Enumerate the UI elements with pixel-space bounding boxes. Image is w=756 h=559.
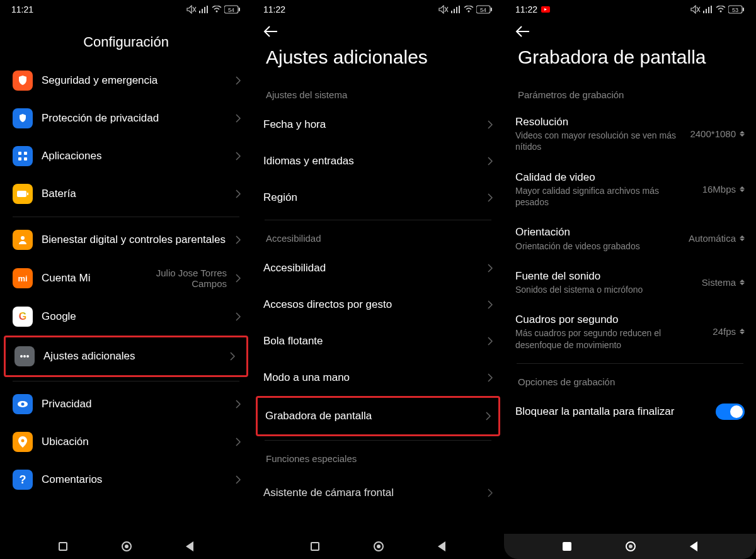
chevron-right-icon [488,157,493,166]
nav-home-button[interactable] [374,541,384,551]
svg-rect-14 [17,191,26,197]
nav-back-button[interactable] [438,541,445,551]
chevron-right-icon [236,235,241,244]
youtube-icon [541,6,550,13]
chevron-right-icon [488,488,493,497]
toggle-switch[interactable] [716,404,745,420]
row-bola-flotante[interactable]: Bola flotante [252,323,504,359]
row-region[interactable]: Región [252,179,504,216]
svg-rect-15 [27,193,28,195]
wifi-icon [464,6,474,13]
svg-rect-8 [239,8,240,11]
chevron-right-icon [488,264,493,273]
screen-ajustes-adicionales: 11:22 54 Ajustes adicionales Ajustes del… [252,0,504,559]
status-icons: 54 [438,5,493,14]
row-value: Julio Jose Torres Campos [151,268,227,289]
chevron-right-icon [236,438,241,446]
row-label: Aplicaciones [42,149,227,162]
svg-rect-10 [18,152,21,155]
row-value: Automática [689,233,736,244]
updown-icon [740,131,745,137]
row-sub: Sonidos del sistema o micrófono [515,284,693,295]
row-asistente-camara[interactable]: Asistente de cámara frontal [252,470,504,507]
chevron-right-icon [236,400,241,409]
svg-text:53: 53 [732,7,738,13]
nav-recent-button[interactable] [563,542,571,551]
row-fuente-sonido[interactable]: Fuente del sonido Sonidos del sistema o … [504,261,756,304]
updown-icon [740,186,745,192]
svg-rect-38 [711,6,712,13]
mute-icon [690,5,701,14]
row-aplicaciones[interactable]: Aplicaciones [0,137,252,175]
section-header: Ajustes del sistema [252,81,504,106]
row-label: Calidad de video [515,171,694,184]
row-bloquear-pantalla-finalizar[interactable]: Bloquear la pantalla para finalizar [504,393,756,430]
svg-rect-41 [743,8,744,11]
svg-rect-26 [454,9,455,13]
row-cuadros-segundo[interactable]: Cuadros por segundo Más cuadros por segu… [504,304,756,359]
updown-icon [740,329,745,334]
back-button[interactable] [252,19,504,40]
nav-recent-button[interactable] [59,542,67,551]
row-label: Google [42,310,227,323]
row-orientacion[interactable]: Orientación Orientación de videos grabad… [504,217,756,260]
status-icons: 54 [186,5,241,14]
back-button[interactable] [504,19,756,40]
row-resolucion[interactable]: Resolución Videos con mayor resolución s… [504,106,756,162]
chevron-right-icon [236,475,241,484]
row-google[interactable]: G Google [0,298,252,336]
row-calidad-video[interactable]: Calidad de video Mayor calidad significa… [504,162,756,217]
row-label: Grabadora de pantalla [265,409,477,422]
row-label: Modo a una mano [263,371,479,384]
nav-back-button[interactable] [186,541,193,551]
row-ajustes-adicionales[interactable]: Ajustes adicionales [6,337,246,375]
updown-icon [740,235,745,241]
status-bar: 11:22 54 [252,0,504,19]
row-label: Ubicación [42,435,227,448]
nav-back-button[interactable] [690,541,697,551]
row-modo-una-mano[interactable]: Modo a una mano [252,359,504,396]
divider [13,381,239,381]
row-accesibilidad[interactable]: Accesibilidad [252,250,504,286]
svg-rect-2 [199,11,200,13]
row-cuenta-mi[interactable]: mi Cuenta Mi Julio Jose Torres Campos [0,259,252,298]
section-header: Parámetros de grabación [504,81,756,106]
row-sub: Orientación de videos grabados [515,240,680,252]
row-privacidad[interactable]: Privacidad [0,385,252,423]
row-ubicacion[interactable]: Ubicación [0,423,252,461]
chevron-right-icon [230,352,235,361]
svg-rect-27 [456,7,457,13]
chevron-right-icon [236,152,241,161]
svg-point-6 [216,11,218,13]
row-value: 24fps [713,326,736,337]
row-proteccion-privacidad[interactable]: Protección de privacidad [0,99,252,137]
row-seguridad-emergencia[interactable]: Seguridad y emergencia [0,62,252,99]
row-label: Fecha y hora [263,118,479,131]
svg-point-19 [26,355,29,358]
person-icon [13,230,33,250]
row-label: Resolución [515,115,681,128]
row-label: Ajustes adicionales [43,349,221,363]
row-accesos-gesto[interactable]: Accesos directos por gesto [252,286,504,323]
battery-icon: 54 [224,5,241,14]
row-fecha-hora[interactable]: Fecha y hora [252,106,504,143]
row-idiomas-entradas[interactable]: Idiomas y entradas [252,143,504,179]
settings-list[interactable]: Parámetros de grabación Resolución Video… [504,81,756,534]
svg-point-39 [720,11,722,13]
nav-recent-button[interactable] [311,542,319,551]
row-grabadora-pantalla[interactable]: Grabadora de pantalla [258,398,498,434]
row-bateria[interactable]: Batería [0,175,252,213]
row-comentarios[interactable]: ? Comentarios [0,461,252,499]
nav-home-button[interactable] [626,541,636,551]
section-header: Accesibilidad [252,224,504,250]
svg-rect-4 [204,7,205,13]
chevron-right-icon [488,337,493,346]
nav-home-button[interactable] [122,541,132,551]
row-value: Sistema [702,277,736,288]
settings-list[interactable]: Ajustes del sistema Fecha y hora Idiomas… [252,81,504,534]
page-title: Grabadora de pantalla [504,40,756,81]
settings-list[interactable]: Seguridad y emergencia Protección de pri… [0,62,252,534]
lock-icon [13,108,33,128]
row-bienestar-digital[interactable]: Bienestar digital y controles parentales [0,221,252,259]
wifi-icon [716,6,726,13]
